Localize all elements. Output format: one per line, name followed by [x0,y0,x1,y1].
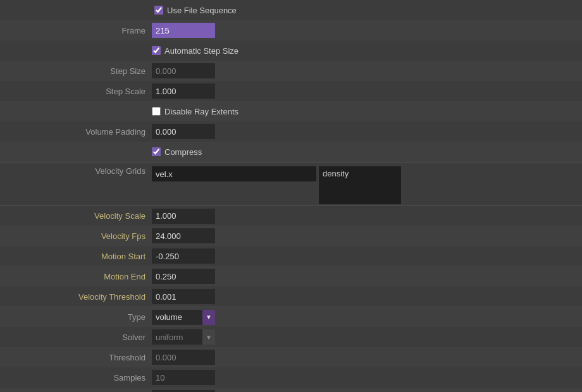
auto-step-size-row: Automatic Step Size [0,40,582,61]
threshold-input[interactable] [152,350,215,365]
volume-padding-row: Volume Padding [0,121,582,142]
auto-step-size-checkbox-wrapper[interactable]: Automatic Step Size [152,46,238,56]
frame-row: Frame [0,20,582,40]
properties-panel: Use File Sequence Frame Automatic Step S… [0,0,582,392]
velocity-grids-label: Velocity Grids [0,166,152,176]
motion-start-label: Motion Start [0,252,152,261]
velocity-scale-input[interactable] [152,209,215,224]
type-select-container[interactable]: volume surface particles ▼ [152,310,215,325]
motion-start-row: Motion Start [0,246,582,266]
compress-label: Compress [164,147,202,157]
use-file-sequence-label: Use File Sequence [167,6,237,15]
auto-step-size-checkbox[interactable] [152,46,161,55]
density-box: density [319,166,401,204]
chevron-down-icon: ▼ [206,314,212,321]
type-label: Type [0,312,152,322]
threshold-label: Threshold [0,353,152,362]
velocity-fps-row: Velocity Fps [0,226,582,246]
velocity-fps-input[interactable] [152,228,215,243]
step-scale-label: Step Scale [0,87,152,96]
volume-padding-label: Volume Padding [0,127,152,137]
compress-checkbox[interactable] [152,147,161,156]
type-select[interactable]: volume surface particles [152,310,202,325]
compress-row: Compress [0,142,582,162]
frame-label: Frame [0,26,152,35]
field-channel-row: Field Channel [0,388,582,392]
use-file-sequence-checkbox[interactable] [154,6,163,15]
solver-label: Solver [0,333,152,342]
volume-padding-input[interactable] [152,124,215,139]
solver-row: Solver uniform adaptive ▼ [0,327,582,347]
use-file-sequence-checkbox-wrapper[interactable]: Use File Sequence [154,6,237,15]
disable-ray-extents-label: Disable Ray Extents [164,107,238,116]
solver-select-arrow[interactable]: ▼ [202,329,215,345]
frame-input[interactable] [152,23,215,38]
samples-row: Samples [0,367,582,388]
step-scale-row: Step Scale [0,81,582,101]
threshold-row: Threshold [0,347,582,367]
density-text: density [323,169,349,178]
step-scale-input[interactable] [152,83,215,99]
type-row: Type volume surface particles ▼ [0,307,582,327]
solver-select[interactable]: uniform adaptive [152,329,202,345]
use-file-sequence-row: Use File Sequence [0,0,582,20]
samples-input[interactable] [152,370,215,385]
solver-select-container[interactable]: uniform adaptive ▼ [152,329,215,345]
velocity-grids-container: density [152,166,401,204]
velocity-threshold-label: Velocity Threshold [0,292,152,302]
chevron-down-icon-solver: ▼ [206,334,212,341]
step-size-label: Step Size [0,66,152,76]
step-size-input[interactable] [152,63,215,78]
disable-ray-extents-checkbox[interactable] [152,107,161,116]
disable-ray-extents-row: Disable Ray Extents [0,101,582,121]
velocity-threshold-input[interactable] [152,289,215,304]
disable-ray-extents-checkbox-wrapper[interactable]: Disable Ray Extents [152,107,238,116]
motion-end-row: Motion End [0,266,582,286]
velocity-grids-input[interactable] [152,166,316,181]
velocity-scale-label: Velocity Scale [0,211,152,221]
velocity-scale-row: Velocity Scale [0,205,582,226]
velocity-fps-label: Velocity Fps [0,231,152,241]
compress-checkbox-wrapper[interactable]: Compress [152,147,202,157]
auto-step-size-label: Automatic Step Size [164,46,238,56]
motion-end-label: Motion End [0,272,152,281]
motion-start-input[interactable] [152,248,215,264]
step-size-row: Step Size [0,61,582,81]
velocity-threshold-row: Velocity Threshold [0,286,582,307]
type-select-arrow[interactable]: ▼ [202,310,215,325]
velocity-grids-row: Velocity Grids density [0,162,582,205]
samples-label: Samples [0,373,152,383]
motion-end-input[interactable] [152,269,215,284]
